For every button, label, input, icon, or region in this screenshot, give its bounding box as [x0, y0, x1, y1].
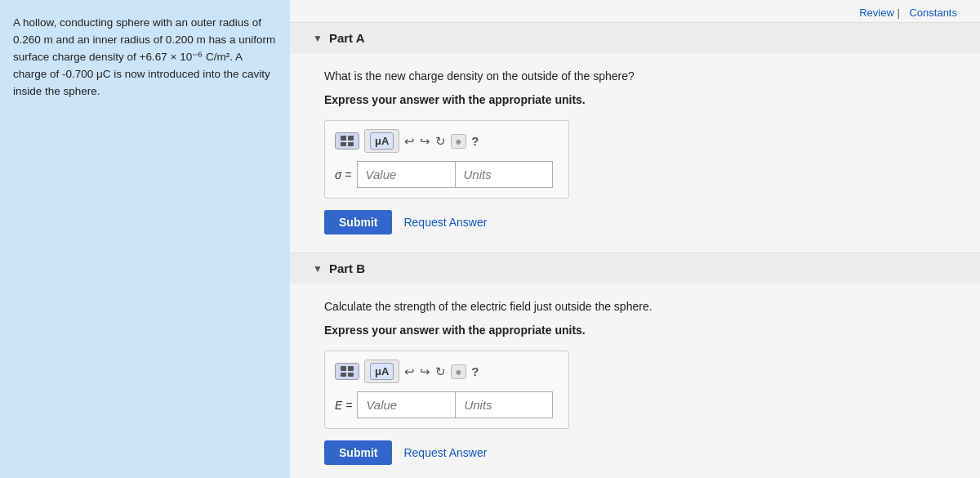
part-a-fractions-btn[interactable] [335, 132, 359, 150]
part-a-collapse-icon[interactable]: ▼ [313, 33, 323, 44]
part-a-body: What is the new charge density on the ou… [290, 53, 980, 252]
part-b-variable-label: E = [335, 399, 352, 412]
part-b-submit-btn[interactable]: Submit [324, 440, 392, 465]
problem-text: A hollow, conducting sphere with an oute… [13, 16, 275, 97]
part-b-input-row: E = [335, 391, 559, 418]
constants-link[interactable]: Constants [909, 7, 957, 19]
part-b-value-input[interactable] [357, 391, 455, 418]
part-b-collapse-icon[interactable]: ▼ [313, 263, 323, 275]
part-b-express-text: Express your answer with the appropriate… [324, 322, 957, 339]
problem-description: A hollow, conducting sphere with an oute… [0, 0, 290, 478]
part-b-reload-btn[interactable]: ↻ [435, 364, 446, 379]
part-b-toolbar: μA ↩ ↪ ↻ ⎈ ? [335, 360, 559, 383]
part-a-undo-btn[interactable]: ↩ [404, 134, 415, 149]
part-b-fractions-btn[interactable] [335, 363, 359, 380]
part-a-submit-btn[interactable]: Submit [324, 210, 392, 235]
part-a-help-btn[interactable]: ? [471, 134, 479, 148]
part-b-request-answer-link[interactable]: Request Answer [403, 446, 487, 459]
part-b-section: ▼ Part B Calculate the strength of the e… [290, 252, 980, 478]
part-b-answer-box: μA ↩ ↪ ↻ ⎈ ? E = [324, 351, 569, 429]
part-b-keyboard-btn[interactable]: ⎈ [451, 364, 466, 379]
part-a-mu-label: μA [370, 132, 394, 150]
part-a-toolbar: μA ↩ ↪ ↻ ⎈ ? [335, 129, 559, 153]
part-a-question: What is the new charge density on the ou… [324, 68, 957, 85]
part-b-question: Calculate the strength of the electric f… [324, 298, 957, 315]
part-a-units-input[interactable] [455, 161, 553, 188]
part-b-action-row: Submit Request Answer [324, 440, 957, 465]
part-b-help-btn[interactable]: ? [471, 364, 479, 378]
part-a-variable-label: σ = [335, 168, 352, 181]
part-a-reload-btn[interactable]: ↻ [435, 134, 446, 149]
part-a-header: ▼ Part A [290, 22, 980, 53]
part-a-label: Part A [329, 31, 365, 45]
part-b-undo-btn[interactable]: ↩ [404, 364, 415, 379]
part-a-section: ▼ Part A What is the new charge density … [290, 22, 980, 252]
main-content: Review | Constants ▼ Part A What is the … [290, 0, 980, 478]
part-b-units-input[interactable] [455, 391, 553, 418]
part-a-input-row: σ = [335, 161, 559, 188]
part-a-value-input[interactable] [357, 161, 455, 188]
part-b-label: Part B [329, 261, 365, 275]
part-a-request-answer-link[interactable]: Request Answer [403, 216, 487, 229]
part-b-mu-btn[interactable]: μA [364, 360, 399, 383]
part-b-redo-btn[interactable]: ↪ [420, 364, 430, 379]
review-link[interactable]: Review [859, 7, 894, 19]
part-b-mu-label: μA [370, 363, 394, 380]
part-a-mu-btn[interactable]: μA [364, 129, 399, 153]
part-b-header: ▼ Part B [290, 252, 980, 284]
part-a-keyboard-btn[interactable]: ⎈ [451, 134, 466, 149]
part-b-body: Calculate the strength of the electric f… [290, 284, 980, 478]
part-a-redo-btn[interactable]: ↪ [420, 134, 430, 149]
part-a-answer-box: μA ↩ ↪ ↻ ⎈ ? σ = [324, 120, 569, 199]
part-a-action-row: Submit Request Answer [324, 210, 957, 235]
top-bar: Review | Constants [290, 0, 980, 22]
part-a-express-text: Express your answer with the appropriate… [324, 92, 957, 109]
